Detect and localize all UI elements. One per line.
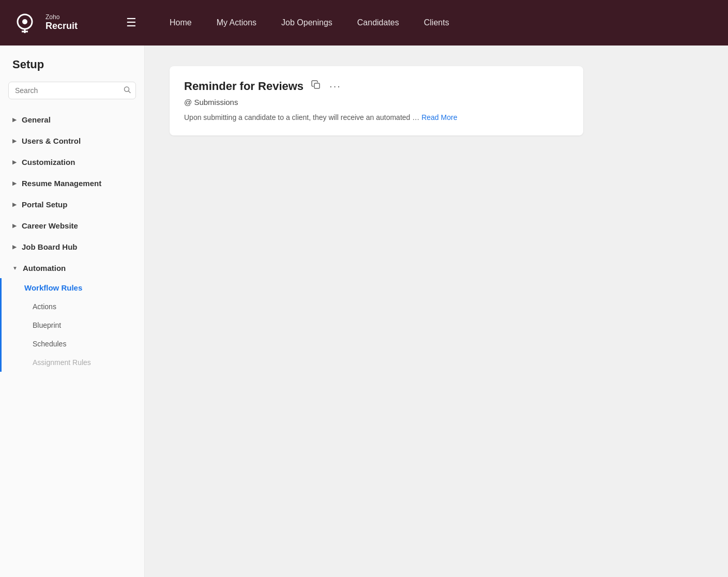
arrow-icon: ▶ — [12, 159, 17, 165]
top-navigation: Zoho Recruit ☰ Home My Actions Job Openi… — [0, 0, 728, 45]
automation-sub-section: Workflow Rules Actions Blueprint Schedul… — [0, 278, 144, 372]
logo-area: Zoho Recruit — [12, 10, 105, 35]
card-description-text: Upon submitting a candidate to a client,… — [184, 113, 419, 122]
sidebar-item-users-control-label: Users & Control — [22, 136, 81, 145]
sidebar-item-general[interactable]: ▶ General — [0, 110, 144, 130]
sidebar-item-portal-setup[interactable]: ▶ Portal Setup — [0, 194, 144, 215]
zoho-recruit-logo-icon — [12, 10, 37, 35]
arrow-icon: ▶ — [12, 180, 17, 186]
card-title: Reminder for Reviews — [184, 80, 304, 93]
svg-point-1 — [22, 19, 27, 24]
logo-text: Zoho Recruit — [46, 13, 78, 32]
arrow-icon: ▶ — [12, 223, 17, 229]
sidebar-title: Setup — [0, 58, 144, 82]
nav-clients[interactable]: Clients — [424, 18, 449, 27]
search-box — [8, 82, 136, 99]
sidebar-item-resume-management[interactable]: ▶ Resume Management — [0, 173, 144, 193]
svg-rect-6 — [314, 83, 320, 88]
main-layout: Setup ▶ General ▶ Users & Control — [0, 45, 728, 577]
sidebar-item-workflow-rules[interactable]: Workflow Rules — [2, 278, 144, 297]
nav-section-job-board-hub: ▶ Job Board Hub — [0, 237, 144, 257]
arrow-icon: ▶ — [12, 117, 17, 123]
content-area: Reminder for Reviews ··· @ Submissions U… — [145, 45, 728, 577]
arrow-icon: ▶ — [12, 138, 17, 144]
arrow-icon: ▶ — [12, 202, 17, 207]
sidebar-item-portal-setup-label: Portal Setup — [22, 200, 67, 209]
nav-section-career-website: ▶ Career Website — [0, 216, 144, 236]
card-subtitle: @ Submissions — [184, 98, 569, 107]
more-options-icon[interactable]: ··· — [328, 79, 342, 93]
sidebar-item-general-label: General — [22, 115, 51, 124]
sidebar-item-customization-label: Customization — [22, 158, 75, 166]
card-description: Upon submitting a candidate to a client,… — [184, 112, 569, 123]
sidebar-item-customization[interactable]: ▶ Customization — [0, 152, 144, 172]
sidebar-item-users-control[interactable]: ▶ Users & Control — [0, 131, 144, 151]
nav-job-openings[interactable]: Job Openings — [281, 18, 332, 27]
sidebar-item-career-website-label: Career Website — [22, 221, 78, 230]
arrow-icon: ▶ — [12, 244, 17, 250]
read-more-link[interactable]: Read More — [421, 113, 457, 122]
nav-section-automation: ▼ Automation Workflow Rules Actions Blue… — [0, 258, 144, 372]
card-header: Reminder for Reviews ··· — [184, 79, 569, 94]
sidebar-item-schedules[interactable]: Schedules — [2, 335, 144, 353]
workflow-card: Reminder for Reviews ··· @ Submissions U… — [170, 66, 583, 135]
sidebar-item-assignment-rules[interactable]: Assignment Rules — [2, 353, 144, 372]
nav-home[interactable]: Home — [170, 18, 192, 27]
arrow-icon: ▼ — [12, 265, 18, 271]
nav-section-users-control: ▶ Users & Control — [0, 131, 144, 151]
sidebar-item-actions[interactable]: Actions — [2, 297, 144, 316]
nav-links: Home My Actions Job Openings Candidates … — [170, 18, 449, 27]
product-name: Recruit — [46, 21, 78, 32]
sidebar-item-career-website[interactable]: ▶ Career Website — [0, 216, 144, 236]
hamburger-menu[interactable]: ☰ — [122, 15, 141, 31]
search-input[interactable] — [8, 82, 136, 99]
sidebar-item-job-board-hub-label: Job Board Hub — [22, 242, 78, 251]
svg-line-5 — [129, 91, 131, 93]
sidebar-item-automation-label: Automation — [23, 264, 66, 272]
nav-section-customization: ▶ Customization — [0, 152, 144, 172]
nav-candidates[interactable]: Candidates — [357, 18, 399, 27]
sidebar-item-automation[interactable]: ▼ Automation — [0, 258, 144, 278]
nav-section-portal-setup: ▶ Portal Setup — [0, 194, 144, 215]
copy-icon[interactable] — [310, 79, 322, 94]
search-icon — [124, 86, 131, 95]
sidebar-item-blueprint[interactable]: Blueprint — [2, 316, 144, 335]
nav-my-actions[interactable]: My Actions — [217, 18, 256, 27]
sidebar-item-resume-management-label: Resume Management — [22, 179, 101, 188]
nav-section-resume-management: ▶ Resume Management — [0, 173, 144, 193]
brand-name: Zoho — [46, 13, 78, 21]
sidebar-item-job-board-hub[interactable]: ▶ Job Board Hub — [0, 237, 144, 257]
sidebar: Setup ▶ General ▶ Users & Control — [0, 45, 145, 577]
nav-section-general: ▶ General — [0, 110, 144, 130]
